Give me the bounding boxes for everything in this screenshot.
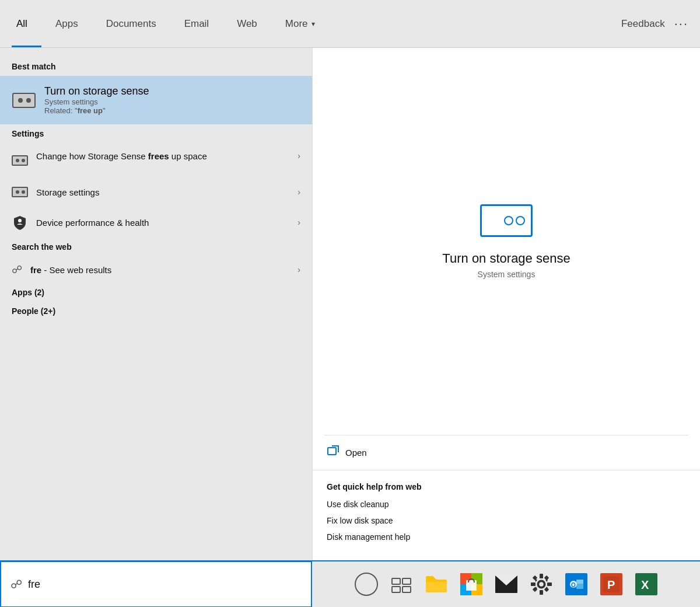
file-explorer-button[interactable] (421, 569, 452, 599)
best-match-item[interactable]: Turn on storage sense System settings Re… (0, 76, 312, 124)
settings-button[interactable] (526, 569, 556, 599)
web-help-link-1[interactable]: Use disk cleanup (327, 500, 686, 509)
storage-sense-icon (12, 88, 36, 113)
outlook-icon: O (565, 573, 587, 595)
open-icon (327, 445, 340, 461)
cortana-icon (355, 573, 378, 596)
top-nav: All Apps Documents Email Web More ▾ Feed… (0, 0, 700, 48)
category-people[interactable]: People (2+) (0, 302, 312, 320)
feedback-button[interactable]: Feedback (621, 18, 665, 30)
svg-rect-0 (13, 93, 35, 107)
svg-text:P: P (607, 578, 615, 591)
search-input-value: fre (28, 578, 40, 591)
tab-email[interactable]: Email (170, 0, 223, 47)
svg-rect-11 (392, 578, 400, 584)
settings-item-storage[interactable]: Storage settings › (0, 177, 312, 207)
best-match-text: Turn on storage sense System settings Re… (44, 85, 149, 115)
web-search-icon: ☍ (12, 263, 22, 276)
tab-documents[interactable]: Documents (92, 0, 170, 47)
chevron-right-icon: › (298, 151, 300, 161)
storage-icon (12, 184, 28, 200)
more-options-button[interactable]: ··· (674, 16, 688, 32)
chevron-right-icon-3: › (298, 218, 300, 227)
powerpoint-button[interactable]: P (596, 569, 626, 599)
svg-point-25 (538, 581, 544, 587)
mail-icon (495, 575, 518, 594)
folder-icon (425, 574, 448, 595)
tab-apps-label: Apps (55, 18, 78, 30)
main-content: Best match Turn on storage sense System … (0, 48, 700, 560)
nav-tabs: All Apps Documents Email Web More ▾ (12, 0, 329, 47)
best-match-title: Best match (0, 57, 312, 76)
svg-rect-14 (402, 587, 411, 592)
svg-text:O: O (571, 582, 576, 588)
svg-rect-12 (402, 578, 411, 584)
right-top: Turn on storage sense System settings (313, 48, 700, 435)
tab-more-label: More (285, 18, 308, 30)
right-web-help: Get quick help from web Use disk cleanup… (313, 470, 700, 560)
settings-item-storage-sense-change[interactable]: Change how Storage Sense frees up space … (0, 143, 312, 177)
svg-rect-31 (544, 575, 548, 580)
svg-point-4 (22, 159, 25, 162)
right-panel-subtitle: System settings (478, 270, 536, 279)
best-match-related: Related: "free up" (44, 106, 149, 115)
chevron-down-icon: ▾ (312, 20, 315, 28)
tab-all[interactable]: All (12, 0, 41, 47)
svg-rect-13 (392, 587, 400, 592)
right-panel-title: Turn on storage sense (442, 251, 570, 266)
search-web-item[interactable]: ☍ fre - See web results › (0, 256, 312, 283)
svg-rect-20 (466, 580, 477, 591)
search-web-title: Search the web (0, 238, 312, 256)
best-match-item-subtitle: System settings (44, 97, 149, 106)
store-button[interactable] (456, 569, 487, 599)
open-button[interactable]: Open (327, 445, 686, 461)
svg-rect-29 (547, 582, 552, 586)
web-help-title: Get quick help from web (327, 482, 686, 491)
tab-email-label: Email (184, 18, 209, 30)
open-label: Open (345, 448, 367, 458)
svg-rect-28 (531, 582, 536, 586)
storage-sense-change-icon (12, 152, 28, 169)
web-help-link-3[interactable]: Disk management help (327, 532, 686, 542)
search-box[interactable]: ☍ fre (0, 561, 312, 607)
best-match-item-title: Turn on storage sense (44, 85, 149, 97)
outlook-button[interactable]: O (561, 569, 592, 599)
settings-item-device-health[interactable]: Device performance & health › (0, 207, 312, 238)
svg-text:X: X (641, 578, 649, 591)
shield-icon (12, 214, 28, 231)
excel-icon: X (635, 573, 657, 595)
tab-web[interactable]: Web (223, 0, 271, 47)
svg-rect-36 (576, 580, 583, 584)
svg-point-5 (16, 159, 19, 162)
search-query-bold: fre (30, 265, 41, 275)
svg-rect-10 (328, 448, 336, 455)
nav-right: Feedback ··· (621, 16, 688, 32)
settings-item-storage-sense-text: Change how Storage Sense frees up space (36, 151, 289, 161)
big-storage-icon (480, 204, 533, 237)
search-query-rest: - See web results (41, 265, 111, 275)
svg-point-9 (18, 219, 22, 222)
store-icon (460, 573, 482, 595)
tab-apps[interactable]: Apps (41, 0, 92, 47)
web-help-link-2[interactable]: Fix low disk space (327, 516, 686, 525)
task-view-button[interactable] (386, 569, 416, 599)
svg-rect-6 (12, 187, 27, 197)
svg-rect-27 (540, 590, 543, 595)
svg-point-2 (18, 98, 23, 103)
svg-rect-3 (12, 156, 27, 165)
left-panel: Best match Turn on storage sense System … (0, 48, 312, 560)
cortana-button[interactable] (351, 569, 382, 599)
chevron-right-icon-2: › (298, 187, 300, 197)
search-web-text: fre - See web results (30, 265, 289, 275)
excel-button[interactable]: X (631, 569, 662, 599)
tab-more[interactable]: More ▾ (271, 0, 329, 47)
mail-button[interactable] (491, 569, 522, 599)
tab-web-label: Web (237, 18, 257, 30)
settings-section-title: Settings (0, 124, 312, 143)
category-apps[interactable]: Apps (2) (0, 283, 312, 302)
svg-rect-26 (540, 574, 543, 578)
taskbar-icons: O P X (312, 569, 700, 599)
taskbar-search-icon: ☍ (10, 577, 22, 591)
powerpoint-icon: P (600, 573, 622, 595)
svg-rect-33 (544, 587, 548, 592)
